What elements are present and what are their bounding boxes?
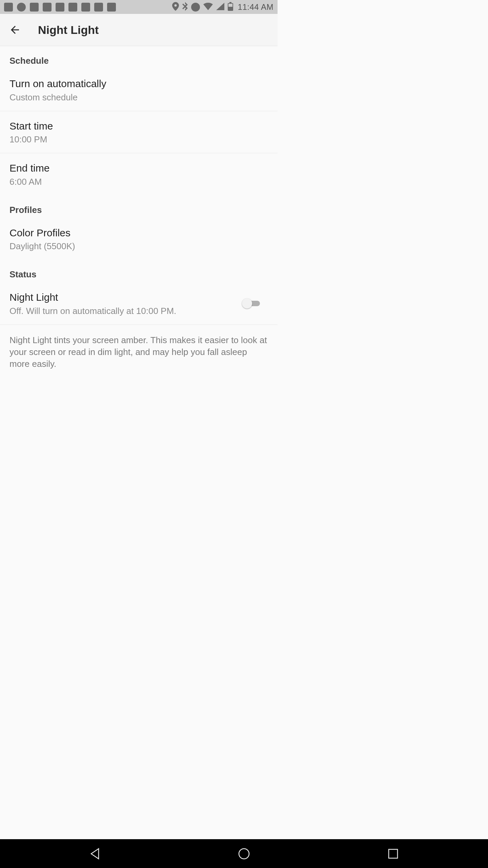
wifi-icon xyxy=(203,3,213,12)
instagram-notif-icon xyxy=(43,3,52,12)
section-header-schedule: Schedule xyxy=(0,46,278,69)
calendar-notif-icon xyxy=(4,3,13,12)
night-light-switch[interactable] xyxy=(242,297,261,310)
ebay-notif-icon-2 xyxy=(68,3,77,12)
pref-title: Start time xyxy=(9,119,268,133)
bluetooth-icon xyxy=(182,2,188,12)
pref-summary: Daylight (5500K) xyxy=(9,241,268,252)
photos-notif-icon xyxy=(81,3,90,12)
pref-summary: Off. Will turn on automatically at 10:00… xyxy=(9,306,236,316)
section-header-status: Status xyxy=(0,260,278,282)
settings-notif-icon xyxy=(107,3,116,12)
pref-night-light-toggle[interactable]: Night Light Off. Will turn on automatica… xyxy=(0,282,278,325)
pref-title: Turn on automatically xyxy=(9,77,268,91)
night-light-description: Night Light tints your screen amber. Thi… xyxy=(0,325,278,379)
pref-summary: Custom schedule xyxy=(9,92,268,103)
pref-turn-on-automatically[interactable]: Turn on automatically Custom schedule xyxy=(0,69,278,111)
page-title: Night Light xyxy=(38,23,99,37)
switch-thumb xyxy=(242,298,252,309)
dnd-icon xyxy=(191,3,200,12)
svg-rect-1 xyxy=(229,2,231,3)
pref-summary: 6:00 AM xyxy=(9,177,268,187)
pref-start-time[interactable]: Start time 10:00 PM xyxy=(0,111,278,154)
section-header-profiles: Profiles xyxy=(0,195,278,218)
status-time: 11:44 AM xyxy=(238,2,273,12)
pref-title: Night Light xyxy=(9,291,236,304)
settings-list[interactable]: Schedule Turn on automatically Custom sc… xyxy=(0,46,278,379)
svg-rect-2 xyxy=(228,4,232,7)
app-bar: Night Light xyxy=(0,14,278,46)
ebay-notif-icon-1 xyxy=(56,3,64,12)
location-icon xyxy=(172,2,179,12)
gmail-notif-icon xyxy=(30,3,39,12)
arrow-back-icon xyxy=(9,24,21,36)
android-status-bar: 11:44 AM xyxy=(0,0,278,14)
pref-title: End time xyxy=(9,161,268,175)
pref-summary: 10:00 PM xyxy=(9,134,268,145)
back-button[interactable] xyxy=(8,23,22,37)
cell-signal-icon xyxy=(216,3,224,12)
youtube-notif-icon xyxy=(94,3,103,12)
pref-end-time[interactable]: End time 6:00 AM xyxy=(0,153,278,195)
maps-notif-icon xyxy=(17,3,26,12)
pref-title: Color Profiles xyxy=(9,226,268,240)
battery-icon xyxy=(228,2,233,12)
pref-color-profiles[interactable]: Color Profiles Daylight (5500K) xyxy=(0,218,278,260)
